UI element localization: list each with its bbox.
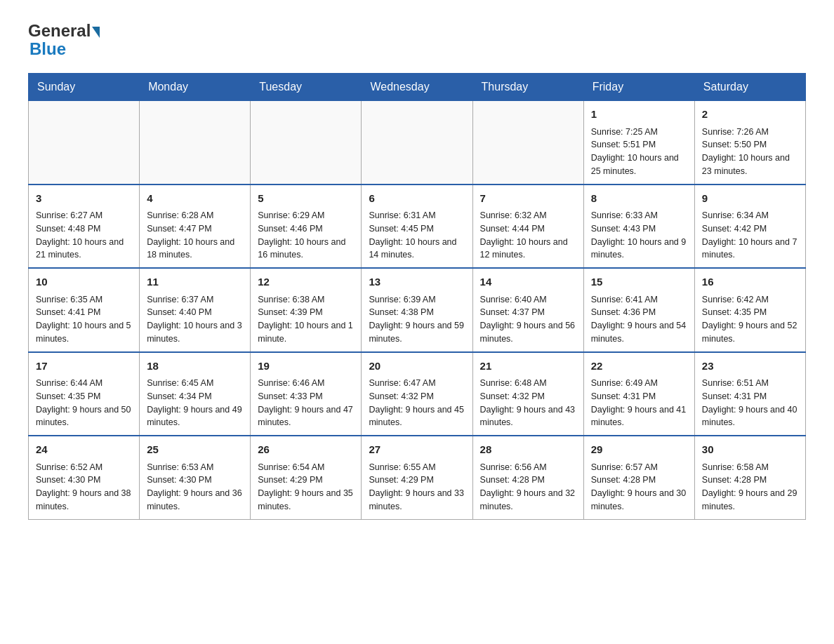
table-row: 19Sunrise: 6:46 AMSunset: 4:33 PMDayligh… [251, 352, 362, 436]
sunset-text: Sunset: 4:46 PM [258, 224, 322, 234]
day-number: 16 [702, 274, 798, 290]
table-row [472, 101, 583, 185]
sunset-text: Sunset: 4:42 PM [702, 224, 767, 234]
sunset-text: Sunset: 4:45 PM [369, 224, 433, 234]
day-number: 23 [702, 358, 798, 375]
daylight-text: Daylight: 10 hours and 12 minutes. [480, 237, 568, 260]
logo-triangle-icon [92, 27, 100, 38]
sunset-text: Sunset: 4:29 PM [369, 475, 433, 485]
table-row [140, 101, 251, 185]
weekday-header-wednesday: Wednesday [362, 74, 472, 101]
table-row: 15Sunrise: 6:41 AMSunset: 4:36 PMDayligh… [583, 268, 694, 352]
weekday-header-friday: Friday [583, 74, 694, 101]
day-number: 6 [369, 191, 465, 207]
day-number: 9 [702, 191, 798, 207]
table-row: 30Sunrise: 6:58 AMSunset: 4:28 PMDayligh… [694, 436, 805, 519]
table-row: 29Sunrise: 6:57 AMSunset: 4:28 PMDayligh… [583, 436, 694, 519]
calendar-week-row: 3Sunrise: 6:27 AMSunset: 4:48 PMDaylight… [29, 185, 806, 269]
table-row: 2Sunrise: 7:26 AMSunset: 5:50 PMDaylight… [694, 101, 805, 185]
day-number: 21 [480, 358, 576, 375]
sunset-text: Sunset: 4:38 PM [369, 307, 433, 317]
daylight-text: Daylight: 9 hours and 52 minutes. [702, 321, 797, 344]
sunrise-text: Sunrise: 6:39 AM [369, 295, 435, 304]
day-number: 14 [480, 274, 576, 290]
sunrise-text: Sunrise: 6:46 AM [258, 378, 324, 388]
daylight-text: Daylight: 9 hours and 32 minutes. [480, 488, 576, 511]
table-row: 10Sunrise: 6:35 AMSunset: 4:41 PMDayligh… [29, 268, 140, 352]
daylight-text: Daylight: 9 hours and 41 minutes. [591, 405, 687, 428]
day-number: 27 [369, 442, 465, 458]
table-row: 11Sunrise: 6:37 AMSunset: 4:40 PMDayligh… [140, 268, 251, 352]
daylight-text: Daylight: 9 hours and 49 minutes. [147, 405, 242, 428]
table-row: 4Sunrise: 6:28 AMSunset: 4:47 PMDaylight… [140, 185, 251, 269]
day-number: 1 [591, 107, 687, 123]
calendar-week-row: 17Sunrise: 6:44 AMSunset: 4:35 PMDayligh… [29, 352, 806, 436]
sunrise-text: Sunrise: 6:51 AM [702, 378, 769, 388]
sunrise-text: Sunrise: 6:48 AM [480, 378, 547, 388]
daylight-text: Daylight: 9 hours and 43 minutes. [480, 405, 576, 428]
logo-general: General [28, 21, 91, 41]
sunrise-text: Sunrise: 6:54 AM [258, 462, 324, 472]
sunset-text: Sunset: 4:30 PM [147, 475, 211, 485]
day-number: 22 [591, 358, 687, 375]
sunrise-text: Sunrise: 6:37 AM [147, 295, 213, 304]
sunrise-text: Sunrise: 6:33 AM [591, 210, 658, 220]
daylight-text: Daylight: 9 hours and 56 minutes. [480, 321, 576, 344]
daylight-text: Daylight: 9 hours and 45 minutes. [369, 405, 464, 428]
table-row: 5Sunrise: 6:29 AMSunset: 4:46 PMDaylight… [251, 185, 362, 269]
sunrise-text: Sunrise: 7:25 AM [591, 127, 658, 137]
sunset-text: Sunset: 4:48 PM [36, 224, 100, 234]
sunset-text: Sunset: 4:28 PM [591, 475, 656, 485]
day-number: 24 [36, 442, 132, 458]
table-row: 8Sunrise: 6:33 AMSunset: 4:43 PMDaylight… [583, 185, 694, 269]
day-number: 7 [480, 191, 576, 207]
sunrise-text: Sunrise: 6:52 AM [36, 462, 102, 472]
daylight-text: Daylight: 9 hours and 35 minutes. [258, 488, 353, 511]
daylight-text: Daylight: 9 hours and 33 minutes. [369, 488, 464, 511]
daylight-text: Daylight: 10 hours and 16 minutes. [258, 237, 345, 260]
daylight-text: Daylight: 9 hours and 54 minutes. [591, 321, 687, 344]
day-number: 8 [591, 191, 687, 207]
calendar-week-row: 24Sunrise: 6:52 AMSunset: 4:30 PMDayligh… [29, 436, 806, 519]
sunrise-text: Sunrise: 6:45 AM [147, 378, 213, 388]
sunrise-text: Sunrise: 6:56 AM [480, 462, 547, 472]
table-row: 18Sunrise: 6:45 AMSunset: 4:34 PMDayligh… [140, 352, 251, 436]
table-row: 3Sunrise: 6:27 AMSunset: 4:48 PMDaylight… [29, 185, 140, 269]
table-row: 23Sunrise: 6:51 AMSunset: 4:31 PMDayligh… [694, 352, 805, 436]
table-row: 14Sunrise: 6:40 AMSunset: 4:37 PMDayligh… [472, 268, 583, 352]
weekday-header-row: SundayMondayTuesdayWednesdayThursdayFrid… [29, 74, 806, 101]
table-row: 28Sunrise: 6:56 AMSunset: 4:28 PMDayligh… [472, 436, 583, 519]
sunrise-text: Sunrise: 6:34 AM [702, 210, 769, 220]
weekday-header-sunday: Sunday [29, 74, 140, 101]
sunrise-text: Sunrise: 6:53 AM [147, 462, 213, 472]
sunset-text: Sunset: 4:35 PM [702, 307, 767, 317]
daylight-text: Daylight: 9 hours and 30 minutes. [591, 488, 687, 511]
sunset-text: Sunset: 4:34 PM [147, 391, 211, 401]
table-row: 26Sunrise: 6:54 AMSunset: 4:29 PMDayligh… [251, 436, 362, 519]
table-row: 13Sunrise: 6:39 AMSunset: 4:38 PMDayligh… [362, 268, 472, 352]
sunrise-text: Sunrise: 6:40 AM [480, 295, 547, 304]
sunrise-text: Sunrise: 6:38 AM [258, 295, 324, 304]
weekday-header-tuesday: Tuesday [251, 74, 362, 101]
daylight-text: Daylight: 10 hours and 9 minutes. [591, 237, 687, 260]
daylight-text: Daylight: 9 hours and 50 minutes. [36, 405, 131, 428]
sunset-text: Sunset: 4:40 PM [147, 307, 211, 317]
day-number: 17 [36, 358, 132, 375]
daylight-text: Daylight: 9 hours and 47 minutes. [258, 405, 353, 428]
logo: General Blue [28, 21, 100, 59]
table-row: 22Sunrise: 6:49 AMSunset: 4:31 PMDayligh… [583, 352, 694, 436]
daylight-text: Daylight: 10 hours and 21 minutes. [36, 237, 124, 260]
sunrise-text: Sunrise: 7:26 AM [702, 127, 769, 137]
table-row: 21Sunrise: 6:48 AMSunset: 4:32 PMDayligh… [472, 352, 583, 436]
weekday-header-thursday: Thursday [472, 74, 583, 101]
sunset-text: Sunset: 4:47 PM [147, 224, 211, 234]
weekday-header-monday: Monday [140, 74, 251, 101]
sunset-text: Sunset: 4:30 PM [36, 475, 100, 485]
daylight-text: Daylight: 10 hours and 25 minutes. [591, 153, 679, 176]
sunset-text: Sunset: 4:43 PM [591, 224, 656, 234]
logo-blue: Blue [29, 39, 66, 58]
sunrise-text: Sunrise: 6:41 AM [591, 295, 658, 304]
daylight-text: Daylight: 10 hours and 18 minutes. [147, 237, 234, 260]
day-number: 30 [702, 442, 798, 458]
day-number: 13 [369, 274, 465, 290]
